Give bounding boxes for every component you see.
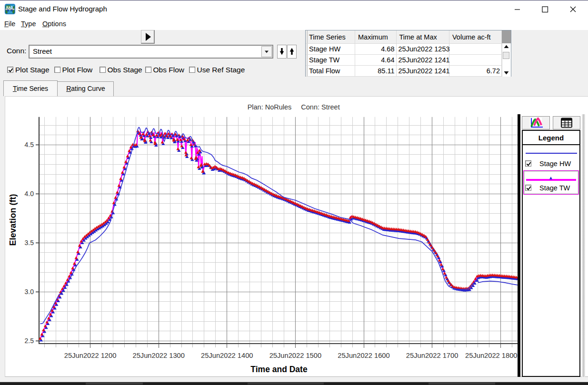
svg-text:25Jun2022 1800: 25Jun2022 1800 [465,352,517,359]
svg-text:25Jun2022 1300: 25Jun2022 1300 [132,352,184,359]
svg-text:3.0: 3.0 [25,288,34,296]
svg-text:25Jun2022 1600: 25Jun2022 1600 [338,352,389,359]
svg-text:Time and Date: Time and Date [250,365,308,374]
svg-text:3.5: 3.5 [25,239,34,247]
svg-text:25Jun2022 1400: 25Jun2022 1400 [201,352,253,359]
svg-text:25Jun2022 1500: 25Jun2022 1500 [269,352,321,359]
svg-text:25Jun2022 1200: 25Jun2022 1200 [64,352,116,359]
svg-text:2.5: 2.5 [25,337,34,345]
svg-text:Conn: Street: Conn: Street [301,103,339,111]
svg-text:25Jun2022 1700: 25Jun2022 1700 [406,352,458,359]
svg-text:Plan: NoRules: Plan: NoRules [248,103,292,111]
svg-text:4.0: 4.0 [25,190,34,197]
svg-text:Elevation (ft): Elevation (ft) [8,194,18,246]
svg-text:4.5: 4.5 [25,141,34,148]
